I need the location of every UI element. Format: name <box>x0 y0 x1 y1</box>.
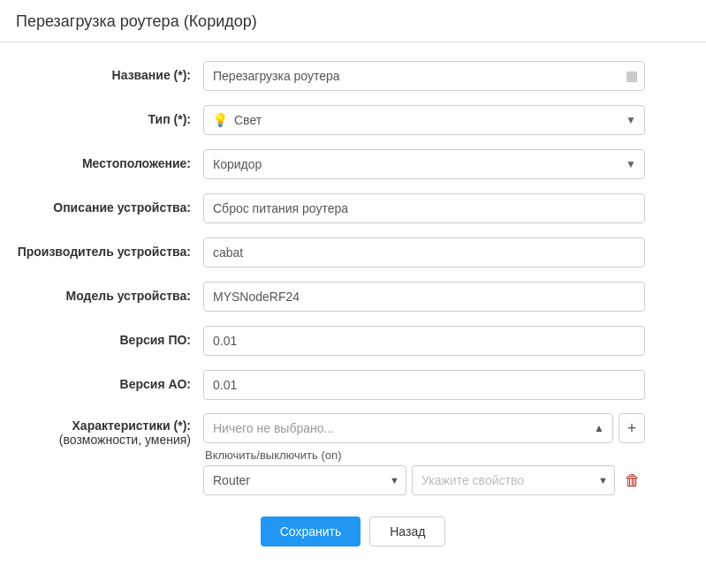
name-row: Название (*): ▦ <box>9 60 697 92</box>
characteristics-right: Ничего не выбрано... ▲ + Включить/выключ… <box>203 413 645 495</box>
characteristics-multiselect: Ничего не выбрано... ▲ <box>203 413 613 443</box>
location-select-wrapper: Коридор ▼ <box>203 149 645 179</box>
capability-type-select[interactable]: Router <box>203 465 406 495</box>
description-input[interactable] <box>203 193 645 223</box>
description-row: Описание устройства: <box>9 192 697 224</box>
model-label: Модель устройства: <box>9 288 203 305</box>
type-select-wrapper: 💡 Свет ▼ <box>203 105 645 135</box>
capability-property-select[interactable]: Укажите свойство <box>412 465 615 495</box>
characteristics-multiselect-box[interactable]: Ничего не выбрано... <box>203 413 613 443</box>
page-container: Перезагрузка роутера (Коридор) Название … <box>0 0 706 588</box>
characteristics-label: Характеристики (*): (возможности, умения… <box>9 413 203 447</box>
name-input-wrapper: ▦ <box>203 61 645 91</box>
save-button[interactable]: Сохранить <box>261 516 361 547</box>
model-row: Модель устройства: <box>9 281 697 313</box>
capability-row: Router ▼ Укажите свойство ▼ 🗑 <box>203 465 645 495</box>
firmware-input[interactable] <box>203 326 645 356</box>
characteristics-row: Характеристики (*): (возможности, умения… <box>9 413 697 495</box>
location-row: Местоположение: Коридор ▼ <box>9 148 697 180</box>
name-input[interactable] <box>203 61 645 91</box>
location-label: Местоположение: <box>9 155 203 173</box>
manufacturer-input[interactable] <box>203 237 645 268</box>
characteristics-select-row: Ничего не выбрано... ▲ + <box>203 413 645 443</box>
button-row: Сохранить Назад <box>9 516 697 564</box>
manufacturer-row: Производитель устройства: <box>9 237 697 268</box>
hardware-label: Версия АО: <box>9 376 203 394</box>
capability-delete-button[interactable]: 🗑 <box>620 465 645 495</box>
capability-type-wrapper: Router ▼ <box>203 465 406 495</box>
trash-icon: 🗑 <box>625 471 641 490</box>
description-label: Описание устройства: <box>9 200 203 217</box>
capability-title: Включить/выключить (on) <box>203 449 645 462</box>
capability-property-wrapper: Укажите свойство ▼ <box>412 465 615 495</box>
page-title: Перезагрузка роутера (Коридор) <box>16 12 690 31</box>
type-select[interactable]: Свет <box>203 105 645 135</box>
type-label: Тип (*): <box>9 111 203 129</box>
firmware-label: Версия ПО: <box>9 332 203 350</box>
type-row: Тип (*): 💡 Свет ▼ <box>9 104 697 136</box>
location-select[interactable]: Коридор <box>203 149 645 179</box>
page-header: Перезагрузка роутера (Коридор) <box>0 0 706 42</box>
back-button[interactable]: Назад <box>369 516 445 547</box>
hardware-row: Версия АО: <box>9 369 697 401</box>
firmware-row: Версия ПО: <box>9 325 697 357</box>
characteristics-add-button[interactable]: + <box>619 413 645 443</box>
manufacturer-label: Производитель устройства: <box>9 244 203 261</box>
name-label: Название (*): <box>9 67 203 85</box>
capability-section: Включить/выключить (on) Router ▼ Укажите… <box>203 449 645 495</box>
form-area: Название (*): ▦ Тип (*): 💡 Свет ▼ Местоп… <box>0 42 706 573</box>
model-input[interactable] <box>203 282 645 312</box>
hardware-input[interactable] <box>203 370 645 400</box>
